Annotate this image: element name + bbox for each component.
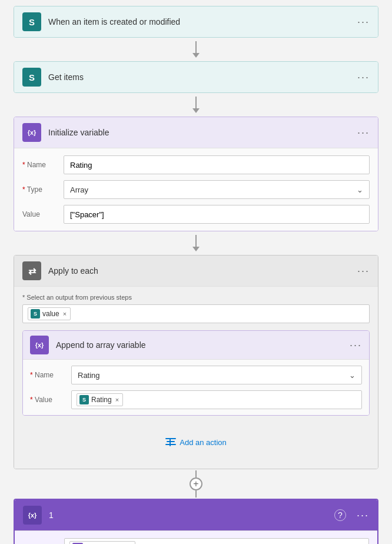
- init-type-value: Array: [70, 185, 88, 194]
- bottom-card-help-button[interactable]: ?: [334, 509, 346, 521]
- init-type-row: Type Array ⌄: [22, 180, 370, 199]
- rating-token-close[interactable]: ×: [115, 396, 119, 403]
- bottom-card-body: Inputs fx variables(...) ×: [15, 530, 377, 544]
- arrow-head-1: [192, 53, 200, 58]
- apply-to-each-more-button[interactable]: ···: [357, 266, 370, 276]
- inputs-input[interactable]: fx variables(...) ×: [64, 538, 369, 544]
- plus-button[interactable]: +: [190, 477, 202, 490]
- append-name-select[interactable]: Rating ⌄: [71, 366, 362, 384]
- apply-to-each-header: ⇄ Apply to each ···: [14, 256, 378, 286]
- init-name-input[interactable]: [64, 155, 370, 174]
- arrow-line-3: [195, 235, 197, 247]
- init-value-input[interactable]: [64, 205, 370, 224]
- init-type-select[interactable]: Array ⌄: [64, 180, 370, 199]
- init-type-label: Type: [22, 185, 58, 194]
- select-output-label: * Select an output from previous steps: [22, 294, 370, 301]
- get-items-title: Get items: [48, 72, 350, 82]
- arrow-head-3: [192, 247, 200, 251]
- rating-token-label: Rating: [91, 396, 112, 404]
- apply-to-each-card: ⇄ Apply to each ··· * Select an output f…: [14, 255, 378, 469]
- bottom-card-title: 1: [49, 510, 327, 520]
- add-action-icon: [165, 437, 176, 447]
- svg-rect-3: [170, 438, 171, 446]
- append-array-card: {x} Append to array variable ··· Name Ra…: [22, 330, 370, 416]
- bottom-card-icon: {x}: [23, 506, 42, 525]
- plus-connector: +: [190, 469, 202, 499]
- variables-token: fx variables(...) ×: [69, 541, 135, 544]
- bottom-card-header: {x} 1 ? ···: [15, 500, 377, 530]
- arrow-2: [192, 93, 200, 117]
- init-variable-card: {x} Initialize variable ··· Name Type Ar…: [14, 117, 378, 231]
- bottom-card-more-button[interactable]: ···: [357, 510, 369, 520]
- plus-line-top: [195, 470, 197, 477]
- flow-canvas: S When an item is created or modified ··…: [0, 0, 392, 544]
- apply-to-each-title: Apply to each: [48, 266, 350, 276]
- init-variable-body: Name Type Array ⌄ Value: [14, 148, 378, 231]
- trigger-card-header: S When an item is created or modified ··…: [14, 6, 378, 37]
- append-array-body: Name Rating ⌄ Value S Rating ×: [23, 359, 369, 415]
- apply-to-each-icon: ⇄: [22, 261, 41, 280]
- chevron-down-icon: ⌄: [357, 185, 363, 194]
- rating-token-icon: S: [79, 395, 89, 404]
- append-array-icon: {x}: [30, 336, 49, 354]
- get-items-card: S Get items ···: [14, 61, 378, 93]
- append-value-input[interactable]: S Rating ×: [71, 390, 362, 409]
- init-variable-header: {x} Initialize variable ···: [14, 117, 378, 148]
- append-array-header: {x} Append to array variable ···: [23, 331, 369, 359]
- append-array-title: Append to array variable: [56, 340, 343, 350]
- trigger-title: When an item is created or modified: [48, 17, 350, 26]
- get-items-header: S Get items ···: [14, 62, 378, 92]
- value-token: S value ×: [28, 307, 71, 320]
- arrow-3: [192, 231, 200, 255]
- add-action-button[interactable]: Add an action: [156, 432, 236, 452]
- bottom-card-header-content: 1: [49, 510, 327, 520]
- bottom-card: {x} 1 ? ··· Inputs fx variables(...) ×: [14, 499, 378, 544]
- trigger-icon: S: [22, 12, 41, 31]
- append-name-value: Rating: [78, 371, 100, 380]
- init-variable-title: Initialize variable: [48, 128, 350, 137]
- append-value-row: Value S Rating ×: [30, 390, 362, 409]
- append-name-row: Name Rating ⌄: [30, 366, 362, 384]
- init-variable-icon: {x}: [22, 123, 41, 142]
- init-value-row: Value: [22, 205, 370, 224]
- append-array-more-button[interactable]: ···: [350, 340, 362, 350]
- add-action-label: Add an action: [180, 438, 227, 447]
- arrow-1: [192, 38, 200, 61]
- get-items-icon: S: [22, 68, 41, 87]
- plus-line-bottom: [195, 490, 197, 497]
- arrow-head-2: [192, 108, 200, 113]
- init-name-label: Name: [22, 161, 58, 169]
- get-items-more-button[interactable]: ···: [357, 72, 370, 82]
- append-name-chevron-icon: ⌄: [349, 371, 356, 380]
- select-output-input[interactable]: S value ×: [22, 304, 370, 323]
- append-value-label: Value: [30, 396, 65, 404]
- rating-token: S Rating ×: [77, 393, 123, 406]
- init-variable-more-button[interactable]: ···: [357, 127, 370, 138]
- init-name-row: Name: [22, 155, 370, 174]
- apply-to-each-body: * Select an output from previous steps S…: [14, 286, 378, 469]
- arrow-line-2: [195, 97, 197, 108]
- trigger-more-button[interactable]: ···: [357, 16, 370, 27]
- trigger-card: S When an item is created or modified ··…: [14, 6, 378, 38]
- inputs-row: Inputs fx variables(...) ×: [23, 538, 369, 544]
- value-token-icon: S: [31, 309, 40, 319]
- append-name-label: Name: [30, 371, 65, 379]
- arrow-line-1: [195, 41, 197, 53]
- value-token-label: value: [42, 310, 59, 318]
- init-value-label: Value: [22, 210, 58, 218]
- value-token-close[interactable]: ×: [63, 310, 67, 317]
